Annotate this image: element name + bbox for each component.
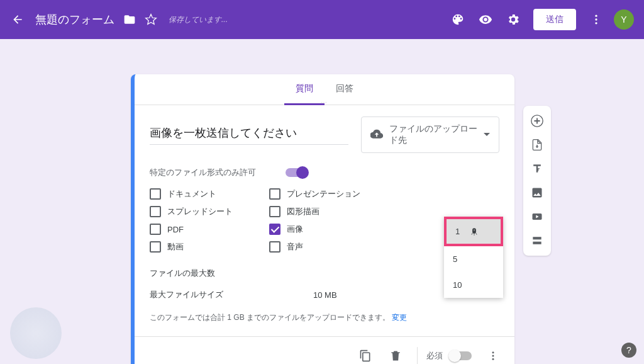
delete-icon[interactable] bbox=[383, 343, 408, 364]
svg-point-5 bbox=[492, 358, 494, 360]
svg-point-0 bbox=[595, 15, 597, 17]
upload-note: このフォームでは合計 1 GB までのファイルをアップロードできます。 変更 bbox=[150, 312, 499, 324]
filetype-spreadsheet[interactable]: スプレッドシート bbox=[150, 206, 257, 217]
app-header: 無題のフォーム 保存しています... 送信 Y bbox=[0, 0, 644, 39]
add-video-icon[interactable] bbox=[526, 207, 548, 227]
filetype-pdf[interactable]: PDF bbox=[150, 224, 257, 235]
import-questions-icon[interactable] bbox=[526, 135, 548, 155]
cursor-icon bbox=[470, 227, 479, 236]
form-title[interactable]: 無題のフォーム bbox=[35, 12, 114, 27]
svg-point-1 bbox=[595, 18, 597, 20]
saving-status: 保存しています... bbox=[169, 14, 228, 25]
tab-questions[interactable]: 質問 bbox=[284, 74, 325, 105]
max-files-label: ファイルの最大数 bbox=[150, 268, 313, 279]
dropdown-option-5[interactable]: 5 bbox=[444, 246, 503, 272]
settings-icon[interactable] bbox=[502, 8, 525, 31]
add-title-icon[interactable] bbox=[526, 159, 548, 179]
question-type-select[interactable]: ファイルのアップロード先 bbox=[361, 117, 499, 153]
palette-icon[interactable] bbox=[447, 8, 469, 31]
preview-icon[interactable] bbox=[474, 8, 497, 31]
allow-types-toggle[interactable] bbox=[286, 168, 307, 177]
question-footer: 必須 bbox=[135, 336, 514, 364]
allow-types-label: 特定のファイル形式のみ許可 bbox=[150, 167, 256, 178]
svg-rect-8 bbox=[533, 237, 541, 239]
add-section-icon[interactable] bbox=[526, 230, 548, 251]
filetype-audio[interactable]: 音声 bbox=[269, 241, 376, 253]
add-image-icon[interactable] bbox=[526, 183, 548, 203]
duplicate-icon[interactable] bbox=[353, 343, 378, 364]
cloud-upload-icon bbox=[370, 128, 383, 142]
add-question-icon[interactable] bbox=[526, 111, 548, 131]
required-label: 必須 bbox=[426, 350, 443, 361]
question-title-input[interactable]: 画像を一枚送信してください bbox=[150, 125, 348, 145]
max-size-label: 最大ファイルサイズ bbox=[150, 289, 313, 300]
drag-handle-icon[interactable]: ⋯ bbox=[321, 99, 328, 106]
star-icon[interactable] bbox=[143, 12, 158, 27]
svg-point-4 bbox=[492, 355, 494, 357]
svg-point-3 bbox=[492, 351, 494, 353]
send-button[interactable]: 送信 bbox=[533, 9, 576, 30]
max-size-select[interactable]: 10 MB bbox=[313, 290, 337, 300]
svg-rect-9 bbox=[533, 242, 541, 244]
avatar-illustration bbox=[10, 307, 62, 359]
more-icon[interactable] bbox=[585, 8, 608, 31]
filetype-video[interactable]: 動画 bbox=[150, 241, 257, 253]
filetype-grid: ドキュメント プレゼンテーション スプレッドシート 図形描画 PDF 画像 動画… bbox=[150, 188, 376, 253]
type-label: ファイルのアップロード先 bbox=[389, 123, 477, 146]
folder-icon[interactable] bbox=[122, 12, 137, 27]
filetype-image[interactable]: 画像 bbox=[269, 224, 376, 235]
required-toggle[interactable] bbox=[450, 351, 472, 360]
dropdown-option-1[interactable]: 1 bbox=[444, 217, 503, 246]
svg-point-2 bbox=[595, 22, 597, 24]
filetype-document[interactable]: ドキュメント bbox=[150, 188, 257, 200]
question-toolbar bbox=[523, 106, 551, 256]
filetype-presentation[interactable]: プレゼンテーション bbox=[269, 188, 376, 200]
caret-down-icon bbox=[484, 130, 490, 140]
help-icon[interactable]: ? bbox=[621, 343, 636, 358]
user-avatar[interactable]: Y bbox=[614, 9, 634, 30]
question-more-icon[interactable] bbox=[480, 343, 506, 364]
change-link[interactable]: 変更 bbox=[392, 313, 407, 322]
filetype-drawing[interactable]: 図形描画 bbox=[269, 206, 376, 217]
max-files-dropdown: 1 5 10 bbox=[444, 217, 503, 298]
back-icon[interactable] bbox=[10, 12, 25, 27]
tab-responses[interactable]: 回答 bbox=[325, 74, 365, 105]
dropdown-option-10[interactable]: 10 bbox=[444, 272, 503, 298]
tab-bar: 質問 回答 ⋯ bbox=[135, 74, 514, 105]
